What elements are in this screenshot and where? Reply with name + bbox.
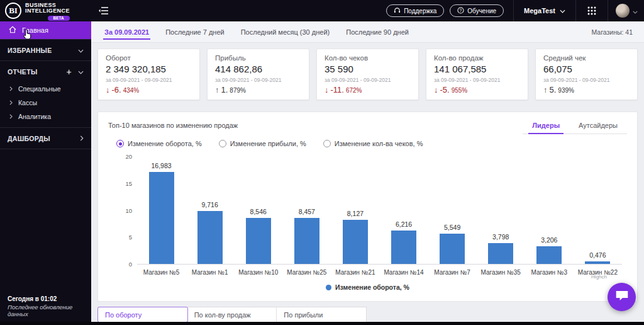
apps-grid-icon[interactable] [580,0,604,21]
sidebar-subitem-label: Специальные [18,85,61,93]
metric-radio-1[interactable]: Изменение прибыли, % [219,140,306,147]
period-tab-3[interactable]: Последние 90 дней [338,21,417,42]
bar-value-label: 5,549 [444,224,460,231]
legend-label[interactable]: Изменение оборота, % [335,283,409,291]
radio-icon [323,140,331,147]
kpi-period: за 09-09-2021 - 09-09-2021 [106,77,192,83]
bar-column-3: 8,457Магазин №25 [282,156,331,264]
user-menu[interactable] [612,4,644,18]
kpi-value: 35 590 [325,64,411,74]
arrow-up-icon: ↑ [543,85,548,94]
bar-value-label: 6,216 [396,220,412,228]
bar[interactable] [536,246,562,264]
sidebar-item-home[interactable]: Главная [0,21,91,39]
topbar-divider [575,0,576,21]
bottom-tab-0[interactable]: По обороту [97,307,188,322]
kpi-value: 141 067,585 [434,64,520,74]
x-axis-label: Магазин №7 [434,269,470,276]
chevron-down-icon [560,7,565,14]
avatar [616,4,630,18]
metric-radio-label: Изменение кол-ва чеков, % [335,140,423,147]
headset-icon [394,7,401,15]
bar-value-label: 8,127 [347,210,364,217]
kpi-period: за 09-09-2021 - 09-09-2021 [543,77,630,83]
bar-value-label: 8,457 [299,208,315,215]
highcharts-credit: Highch [591,274,607,280]
topbar: BI BUSINESS INTELLIGENCE BETA Поддержка … [0,0,644,21]
leader-tab-1[interactable]: Аутсайдеры [569,117,627,134]
bar[interactable] [585,261,610,264]
kpi-title: Средний чек [543,54,630,62]
period-tab-2[interactable]: Последний месяц (30 дней) [233,21,338,42]
support-button[interactable]: Поддержка [386,4,444,17]
home-icon [9,26,16,35]
bar-value-label: 9,716 [202,201,218,208]
bar[interactable] [197,211,223,264]
add-report-icon[interactable]: + [67,67,72,77]
sidebar: Главная ИЗБРАННЫЕ ОТЧЕТЫ + СпециальныеКа… [0,21,91,325]
radio-icon [116,140,124,147]
main-content: За 09.09.2021Последние 7 днейПоследний м… [91,21,644,325]
bar[interactable] [391,231,416,264]
collapse-menu-icon[interactable] [99,6,109,15]
sidebar-subitem-2[interactable]: Аналитика [0,110,91,123]
x-axis-label: Магазин №35 [481,269,521,276]
chart-legend: Изменение оборота, % [108,283,627,291]
bottom-tab-2[interactable]: По прибыли [277,307,366,322]
last-update-label: Последнее обновление данных [8,304,87,317]
kpi-delta-main: -6. [112,85,121,94]
sidebar-subitem-label: Кассы [18,99,37,106]
metric-radio-0[interactable]: Изменение оборота, % [116,140,202,147]
bar[interactable] [440,234,465,264]
kpi-period: за 09-09-2021 - 09-09-2021 [434,77,520,83]
chevron-down-icon[interactable] [78,68,84,76]
topbar-divider [608,0,608,21]
sidebar-section-favorites[interactable]: ИЗБРАННЫЕ [0,40,91,60]
chat-button[interactable] [608,283,636,311]
kpi-card-4: Средний чек66,075за 09-09-2021 - 09-09-2… [535,48,638,100]
sidebar-section-dashboards[interactable]: ДАШБОРДЫ [0,128,91,149]
chevron-down-icon[interactable] [78,47,84,54]
x-axis-label: Магазин №10 [238,269,278,276]
y-axis-tick: 0 [116,261,132,268]
sidebar-subitem-label: Аналитика [18,113,51,120]
chevron-right-icon [9,113,13,120]
bar[interactable] [488,243,513,264]
bar-value-label: 3,798 [492,233,509,241]
y-axis-tick: 10 [116,207,132,214]
sidebar-subitem-1[interactable]: Кассы [0,96,91,110]
leader-tab-0[interactable]: Лидеры [523,117,569,134]
divider [0,149,91,149]
x-axis-label: Магазин №3 [531,269,567,276]
sidebar-section-reports[interactable]: ОТЧЕТЫ + [0,61,91,82]
kpi-delta-main: -11. [331,85,344,94]
bar[interactable] [149,172,174,264]
sidebar-subitem-0[interactable]: Специальные [0,82,91,96]
period-tabs-row: За 09.09.2021Последние 7 днейПоследний м… [91,21,644,43]
kpi-delta-main: 5. [550,85,557,94]
metric-radio-2[interactable]: Изменение кол-ва чеков, % [323,140,423,147]
bar[interactable] [246,218,271,264]
kpi-delta-frac: 955% [452,87,468,94]
bottom-tab-1[interactable]: По кол-ву продаж [187,307,277,322]
top10-chart-card: Топ-10 магазинов по изменению продаж Лид… [97,111,638,302]
arrow-down-icon: ↓ [434,85,438,94]
kpi-value: 66,075 [543,64,630,74]
x-axis-label: Магазин №5 [143,269,180,276]
kpi-value: 414 862,86 [215,64,301,74]
kpi-title: Кол-во продаж [434,54,520,62]
chevron-right-icon[interactable] [80,135,84,142]
account-menu[interactable]: MegaTest [518,0,572,21]
legend-marker-icon [326,285,331,290]
bar-value-label: 16,983 [151,162,171,169]
bar[interactable] [343,220,368,264]
bar-chart-plot: 0510152016,983Магазин №59,716Магазин №18… [137,156,622,265]
period-tab-0[interactable]: За 09.09.2021 [96,21,157,42]
y-axis-tick: 5 [116,234,132,241]
question-icon: ? [457,7,464,15]
bar[interactable] [294,218,319,264]
kpi-delta-frac: 879% [230,87,246,94]
training-button[interactable]: ? Обучение [450,4,504,17]
period-tab-1[interactable]: Последние 7 дней [157,21,233,42]
logo-bi-icon: BI [5,3,21,19]
